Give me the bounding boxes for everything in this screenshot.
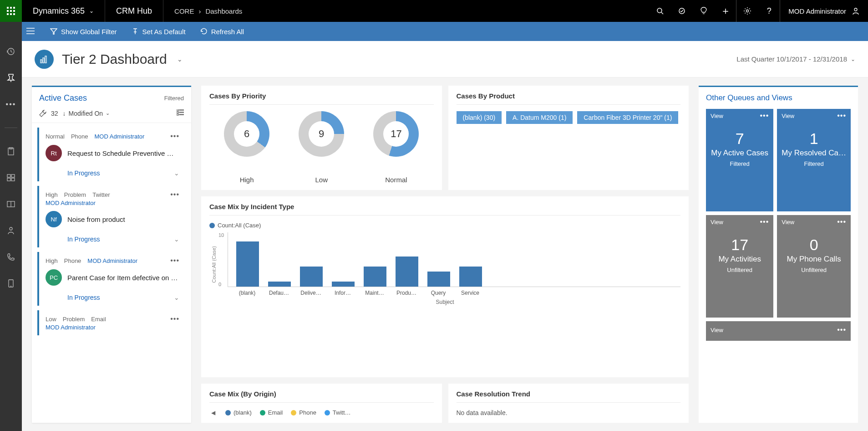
pinned-icon[interactable] — [0, 71, 22, 85]
queue-tile[interactable]: View••• — [706, 321, 851, 341]
legend-item[interactable]: (blank) — [225, 409, 252, 416]
case-channel: Phone — [64, 257, 81, 264]
help-icon[interactable]: ? — [758, 0, 780, 22]
bar[interactable] — [459, 267, 482, 287]
product-tag[interactable]: Carbon Fiber 3D Printer 20" (1) — [577, 111, 678, 124]
chevron-down-icon: ⌄ — [174, 236, 179, 243]
donut-label: High — [240, 165, 254, 184]
view-link[interactable]: View — [782, 113, 794, 119]
case-list[interactable]: Normal Phone MOD Administrator ••• Rt Re… — [32, 123, 191, 423]
queue-tile[interactable]: View ••• 1 My Resolved Ca… Filtered — [777, 109, 851, 211]
x-tick: Service — [459, 290, 482, 296]
more-icon[interactable]: ••• — [170, 190, 179, 199]
case-title: Noise from product — [67, 216, 125, 223]
wrench-icon[interactable] — [39, 110, 46, 117]
breadcrumb[interactable]: CORE › Dashboards — [163, 0, 253, 22]
bar[interactable] — [268, 282, 291, 287]
show-global-filter-button[interactable]: Show Global Filter — [47, 28, 120, 36]
arrow-left-icon[interactable]: ◀ — [209, 410, 217, 416]
chevron-down-icon: ⌄ — [106, 110, 110, 116]
product-tag[interactable]: A. Datum M200 (1) — [506, 111, 573, 124]
more-icon[interactable]: ••• — [170, 132, 179, 140]
cmd-label: Refresh All — [211, 28, 244, 36]
clipboard-icon[interactable] — [0, 144, 22, 158]
app-launcher[interactable] — [0, 0, 22, 22]
user-menu[interactable]: MOD Administrator — [780, 0, 868, 22]
view-link[interactable]: View — [711, 219, 723, 226]
set-default-button[interactable]: Set As Default — [129, 28, 188, 36]
search-icon[interactable] — [649, 0, 670, 22]
view-link[interactable]: View — [782, 219, 794, 226]
tile-count: 7 — [711, 130, 769, 148]
more-icon[interactable]: ••• — [837, 112, 846, 120]
queue-tile[interactable]: View ••• 0 My Phone Calls Unfiltered — [777, 215, 851, 318]
donut-chart[interactable]: 17 Normal — [373, 111, 419, 184]
sort-dropdown[interactable]: ↓ Modified On ⌄ — [63, 110, 110, 117]
add-icon[interactable]: ＋ — [714, 0, 736, 22]
legend-item[interactable]: Twitt… — [325, 409, 351, 416]
device-icon[interactable] — [0, 277, 22, 290]
case-card[interactable]: High Phone MOD Administrator ••• PC Pare… — [37, 252, 184, 306]
brand-label: Dynamics 365 — [33, 6, 85, 16]
more-icon[interactable]: ••• — [837, 326, 846, 334]
x-tick: Maint… — [363, 290, 386, 296]
svg-rect-10 — [11, 174, 15, 177]
bar[interactable] — [300, 267, 323, 287]
refresh-all-button[interactable]: Refresh All — [198, 28, 247, 36]
legend-item[interactable]: Phone — [291, 409, 316, 416]
case-owner[interactable]: MOD Administrator — [87, 257, 137, 264]
product-tag[interactable]: (blank) (30) — [457, 111, 502, 124]
bar[interactable] — [332, 282, 355, 287]
more-icon[interactable]: ••• — [837, 218, 846, 226]
more-icon[interactable]: ••• — [760, 112, 769, 120]
breadcrumb-root: CORE — [174, 7, 194, 15]
legend-label: Twitt… — [333, 409, 351, 416]
lightbulb-icon[interactable] — [692, 0, 714, 22]
tile-count: 17 — [711, 236, 769, 254]
view-link[interactable]: View — [711, 113, 723, 119]
queue-icon[interactable] — [0, 171, 22, 185]
date-range-picker[interactable]: Last Quarter 10/1/2017 - 12/31/2018 ⌄ — [736, 55, 855, 63]
knowledge-icon[interactable] — [0, 197, 22, 211]
case-card[interactable]: Normal Phone MOD Administrator ••• Rt Re… — [37, 128, 184, 181]
app-name: CRM Hub — [105, 0, 163, 22]
task-icon[interactable] — [670, 0, 692, 22]
bar[interactable] — [236, 241, 259, 287]
queue-tile[interactable]: View ••• 17 My Activities Unfiltered — [706, 215, 773, 318]
bars-area — [228, 232, 680, 287]
legend-item[interactable]: Email — [260, 409, 283, 416]
view-toggle-icon[interactable] — [177, 109, 184, 117]
cases-by-priority-card: Cases By Priority 6 High 9 Low 17 Normal — [201, 86, 442, 190]
case-owner[interactable]: MOD Administrator — [95, 133, 145, 140]
donut-chart[interactable]: 9 Low — [299, 111, 344, 184]
call-icon[interactable] — [0, 250, 22, 264]
queue-tile[interactable]: View ••• 7 My Active Cases Filtered — [706, 109, 773, 211]
case-status-dropdown[interactable]: In Progress⌄ — [46, 236, 179, 243]
tile-name: My Resolved Ca… — [782, 149, 846, 158]
queue-tiles-grid: View ••• 7 My Active Cases Filtered View… — [706, 109, 851, 341]
more-icon[interactable]: ••• — [0, 97, 22, 111]
brand-dropdown[interactable]: Dynamics 365 ⌄ — [22, 0, 105, 22]
dashboard-icon — [35, 50, 54, 69]
donut-chart[interactable]: 6 High — [224, 111, 269, 184]
case-status-dropdown[interactable]: In Progress⌄ — [46, 294, 179, 301]
view-link[interactable]: View — [711, 327, 723, 334]
bar[interactable] — [364, 267, 386, 287]
bar[interactable] — [396, 257, 418, 287]
case-card[interactable]: Low Problem Email ••• MOD Administrator — [37, 310, 184, 335]
bar[interactable] — [427, 272, 450, 287]
recent-icon[interactable] — [0, 45, 22, 58]
more-icon[interactable]: ••• — [170, 315, 179, 323]
more-icon[interactable]: ••• — [170, 257, 179, 265]
page-title: Tier 2 Dashboard — [62, 51, 167, 67]
case-title: Parent Case for Item defective on … — [67, 274, 178, 282]
case-title: Request to Schedule Preventive … — [67, 149, 173, 157]
more-icon[interactable]: ••• — [760, 218, 769, 226]
tile-count: 0 — [782, 236, 846, 254]
case-card[interactable]: High Problem Twitter ••• MOD Administrat… — [37, 186, 184, 247]
settings-icon[interactable] — [736, 0, 758, 22]
hamburger-icon[interactable] — [26, 28, 38, 36]
contact-icon[interactable] — [0, 224, 22, 237]
case-status-dropdown[interactable]: In Progress⌄ — [46, 169, 179, 177]
chevron-down-icon[interactable]: ⌄ — [177, 56, 183, 63]
